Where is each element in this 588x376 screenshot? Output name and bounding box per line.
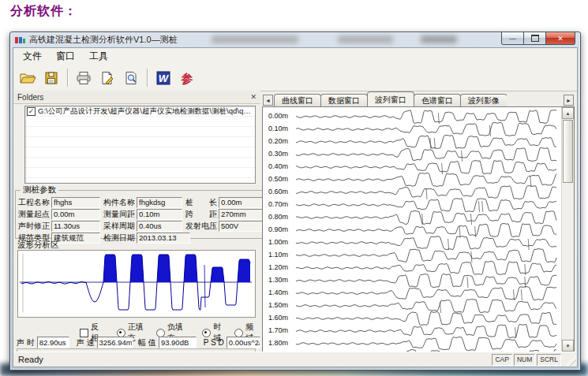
- scrollbar-thumb[interactable]: [563, 120, 573, 183]
- param-cell: 声时修正11.30us: [18, 221, 100, 232]
- scroll-up-button[interactable]: ▲: [562, 107, 574, 119]
- invert-checkbox[interactable]: [80, 329, 88, 337]
- left-panel: Folders ✕ ✓G:\公司产品设计开发\超声仪器\超声仪实地检测数据\测桩…: [13, 91, 260, 352]
- params-row: 工程名称fhghs构件名称fhgkdsg桩 长0.00m: [18, 196, 270, 208]
- scrollbar-track[interactable]: [562, 184, 574, 340]
- tab-scroll-left-button[interactable]: ◄: [263, 95, 273, 106]
- param-value-field: 2013.03.13: [137, 233, 190, 244]
- tab-scroll-right-button[interactable]: ►: [564, 95, 574, 106]
- status-bar: Ready CAPNUMSCRL: [13, 352, 577, 367]
- param-cell: 测量间距0.10m: [103, 209, 182, 220]
- param-value-field: 0.00m: [219, 197, 267, 208]
- depth-label: 1.10m: [268, 251, 288, 259]
- param-value-field: 0.10m: [137, 209, 182, 220]
- depth-label: 0.50m: [268, 175, 288, 183]
- menu-item-file[interactable]: 文件: [16, 48, 49, 65]
- tab-spectrum[interactable]: 色谱窗口: [414, 94, 461, 106]
- params-icon: 参: [179, 70, 195, 86]
- negative-fill-radio[interactable]: [156, 329, 165, 337]
- right-panel: ◄ 曲线窗口数据窗口波列窗口色谱窗口波列影像 ► ▲ ▼ 0.00m0.10m0…: [262, 91, 575, 352]
- word-icon: W: [155, 70, 171, 86]
- param-value-field: fhgkdsg: [137, 197, 182, 208]
- close-icon: ✕: [557, 35, 564, 43]
- params-row: 声时修正11.30us采样周期0.40us发射电压500V: [18, 220, 270, 232]
- left-arrow-icon: ◄: [265, 98, 271, 103]
- depth-label: 1.40m: [268, 289, 288, 296]
- amplitude-label: 幅 值: [138, 337, 156, 348]
- param-value-field: 0.40us: [137, 221, 182, 232]
- panel-close-icon[interactable]: ✕: [250, 93, 257, 101]
- window-title: 高铁建混凝土检测分析软件V1.0—测桩: [29, 34, 178, 46]
- close-button[interactable]: ✕: [545, 32, 575, 45]
- print-icon: [75, 70, 92, 86]
- glass-reflection: [212, 35, 298, 43]
- sound-speed-label: 声 速: [77, 337, 95, 348]
- resize-grip[interactable]: [566, 356, 576, 366]
- sound-speed-field: 3256.94m/s: [97, 337, 133, 348]
- depth-label: 0.70m: [268, 200, 288, 208]
- folders-panel-title: Folders: [17, 93, 43, 102]
- depth-label: 1.60m: [268, 314, 288, 322]
- positive-fill-radio[interactable]: [117, 329, 125, 337]
- minimize-icon: —: [509, 35, 516, 43]
- word-export-button[interactable]: W: [152, 67, 174, 88]
- depth-label: 1.80m: [268, 339, 288, 347]
- param-label: 桩 长: [185, 197, 217, 208]
- tab-curve[interactable]: 曲线窗口: [274, 94, 321, 106]
- param-label: 构件名称: [103, 197, 135, 208]
- param-label: 测量间距: [103, 209, 135, 220]
- open-button[interactable]: [17, 67, 39, 88]
- pile-params-grid: 工程名称fhghs构件名称fhgkdsg桩 长0.00m测量起点0.00m测量间…: [18, 196, 270, 244]
- tab-data[interactable]: 数据窗口: [320, 94, 368, 106]
- menubar: 文件窗口工具: [13, 48, 577, 65]
- export-button[interactable]: [96, 67, 118, 88]
- wavetrain-view[interactable]: ▲ ▼ 0.00m0.10m0.20m0.30m0.40m0.50m0.60m0…: [262, 106, 575, 352]
- depth-label: 0.60m: [268, 188, 288, 195]
- depth-label: 1.30m: [268, 276, 288, 284]
- maximize-icon: [531, 35, 539, 42]
- minimize-button[interactable]: —: [501, 32, 524, 45]
- vertical-scrollbar[interactable]: ▲ ▼: [561, 107, 574, 352]
- glass-reflection: [421, 35, 457, 43]
- app-icon: [15, 35, 26, 45]
- depth-label: 1.50m: [268, 301, 288, 309]
- depth-label: 1.00m: [268, 238, 288, 246]
- print-preview-button[interactable]: [120, 67, 142, 88]
- param-label: 采样周期: [103, 221, 135, 232]
- param-label: 测量起点: [18, 209, 50, 220]
- window-body: 文件窗口工具 W参 Folders ✕ ✓G:\公司产品设计开发\超声仪器\超声…: [13, 47, 578, 367]
- param-value-field: 270mm: [219, 209, 267, 220]
- param-label: 检测日期: [103, 233, 135, 244]
- param-cell: 采样周期0.40us: [103, 221, 182, 232]
- param-cell: 检测日期2013.03.13: [103, 233, 190, 244]
- checked-checkbox-icon[interactable]: ✓: [27, 107, 36, 116]
- param-value-field: 11.30us: [51, 221, 100, 232]
- sound-time-field: 82.90us: [37, 337, 69, 348]
- tab-wavetrain[interactable]: 波列窗口: [367, 91, 414, 106]
- time-domain-radio[interactable]: [202, 329, 211, 337]
- psd-field: 0.00us^2/m: [227, 337, 260, 348]
- print-button[interactable]: [73, 67, 95, 88]
- maximize-button[interactable]: [523, 32, 546, 45]
- tab-strip: ◄ 曲线窗口数据窗口波列窗口色谱窗口波列影像 ►: [262, 91, 575, 106]
- tab-wave-image[interactable]: 波列影像: [460, 94, 507, 106]
- scroll-down-button[interactable]: ▼: [562, 340, 574, 352]
- folders-panel-header[interactable]: Folders ✕: [13, 91, 260, 104]
- screenshot-stage: 分析软件： 高铁建混凝土检测分析软件V1.0—测桩 — ✕ 文件窗口工具 W参: [0, 0, 588, 376]
- freq-domain-radio[interactable]: [234, 329, 243, 337]
- folder-list-item[interactable]: ✓G:\公司产品设计开发\超声仪器\超声仪实地检测数据\测桩\qd\qd03\q…: [25, 106, 255, 117]
- status-indicator: CAP: [492, 354, 511, 366]
- param-cell: 测量起点0.00m: [18, 209, 100, 220]
- menu-item-window[interactable]: 窗口: [49, 48, 82, 65]
- right-arrow-icon: ►: [566, 98, 571, 103]
- param-value-field: fhghs: [51, 197, 100, 208]
- menu-item-tools[interactable]: 工具: [82, 48, 115, 65]
- save-button[interactable]: [40, 67, 62, 88]
- depth-label: 0.80m: [268, 213, 288, 221]
- folders-listbox[interactable]: ✓G:\公司产品设计开发\超声仪器\超声仪实地检测数据\测桩\qd\qd03\q…: [24, 106, 256, 184]
- toolbar: W参: [13, 65, 577, 91]
- pile-params-groupbox: 测桩参数 工程名称fhghs构件名称fhgkdsg桩 长0.00m测量起点0.0…: [15, 184, 273, 239]
- depth-label: 0.20m: [268, 137, 288, 145]
- parameters-button[interactable]: 参: [176, 67, 198, 88]
- titlebar[interactable]: 高铁建混凝土检测分析软件V1.0—测桩 — ✕: [10, 32, 580, 47]
